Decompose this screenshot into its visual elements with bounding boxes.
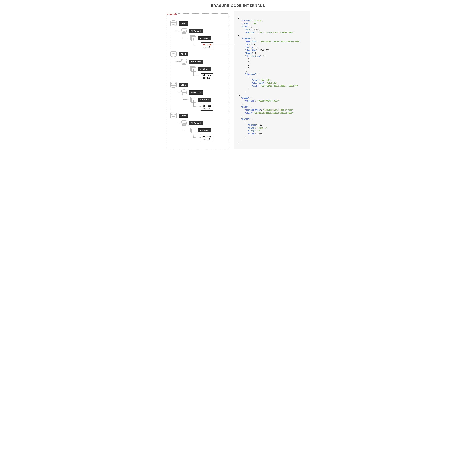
svg-rect-7 [192,68,196,72]
disk-block: Disk4 MyBucket MyObjectxl.jsonpart.1 [170,113,227,142]
object-icon [190,66,196,72]
bucket-icon [181,89,187,95]
database-icon [170,113,177,119]
xl-json-connector-line [213,44,235,44]
svg-point-12 [170,113,176,115]
object-row: MyObject [190,35,227,42]
disk-row: Disk3 [170,82,227,88]
disk-row: Disk4 [170,113,227,119]
object-label: MyObject [198,36,211,40]
bucket-label: MyBucket [189,90,203,95]
object-row: MyObject [190,66,227,72]
object-row: MyObject [190,127,227,134]
bucket-label: MyBucket [189,60,203,64]
file-part-1: part.1 [203,107,212,110]
svg-point-4 [170,51,176,53]
object-files-box: xl.jsonpart.1 [201,104,213,111]
svg-rect-15 [192,129,196,133]
xl-json-content: { “version”: “1.0.1”, “format”: “xl”, “s… [234,11,310,149]
disk-tree-panel: export-x1/ Disk1 MyBucket MyObjectxl.jso… [166,11,229,149]
object-label: MyObject [198,67,211,71]
file-part-1: part.1 [203,77,212,79]
svg-rect-3 [192,37,196,41]
disk-row: Disk1 [170,20,227,26]
bucket-icon [181,28,187,34]
bucket-row: MyBucket [181,120,227,126]
file-xl-json: xl.json [203,74,212,77]
svg-point-8 [170,82,176,84]
bucket-label: MyBucket [189,29,203,33]
file-part-1: part.1 [203,46,212,49]
database-icon [170,51,177,57]
object-row: MyObject [190,97,227,103]
file-xl-json: xl.json [203,43,212,46]
bucket-row: MyBucket [181,59,227,65]
database-icon [170,82,177,88]
bucket-icon [181,59,187,65]
export-root-label: export-x1/ [166,12,178,16]
svg-point-0 [170,21,176,23]
disk-block: Disk3 MyBucket MyObjectxl.jsonpart.1 [170,82,227,111]
file-xl-json: xl.json [203,105,212,107]
object-files-box: xl.jsonpart.1 [201,135,213,142]
file-part-1: part.1 [203,138,212,141]
svg-rect-11 [192,98,196,102]
object-files-box: xl.jsonpart.1 [201,43,213,49]
bucket-label: MyBucket [189,121,203,125]
bucket-icon [181,120,187,126]
object-files-row: xl.jsonpart.1 [201,135,227,142]
xl-json-panel: { “version”: “1.0.1”, “format”: “xl”, “s… [234,11,310,149]
object-files-row: xl.jsonpart.1 [201,43,227,49]
object-label: MyObject [198,128,211,132]
database-icon [170,20,177,26]
object-icon [190,35,196,42]
page-title: ERASURE CODE INTERNALS [166,4,310,8]
disk-block: Disk1 MyBucket MyObjectxl.jsonpart.1 [170,20,227,49]
disk-label: Disk1 [179,21,188,26]
object-icon [190,127,196,134]
object-files-row: xl.jsonpart.1 [201,73,227,80]
bucket-row: MyBucket [181,89,227,95]
object-icon [190,97,196,103]
object-label: MyObject [198,98,211,102]
disk-row: Disk2 [170,51,227,57]
file-xl-json: xl.json [203,136,212,138]
disk-label: Disk2 [179,52,188,56]
disk-label: Disk3 [179,83,188,87]
object-files-box: xl.jsonpart.1 [201,73,213,80]
object-files-row: xl.jsonpart.1 [201,104,227,111]
disk-block: Disk2 MyBucket MyObjectxl.jsonpart.1 [170,51,227,80]
disk-label: Disk4 [179,113,188,118]
bucket-row: MyBucket [181,28,227,34]
